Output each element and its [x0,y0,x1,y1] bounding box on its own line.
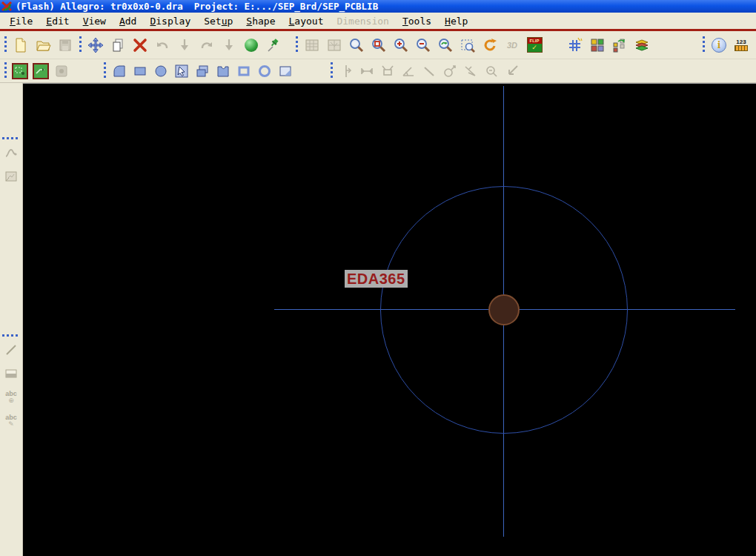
pad-board-icon [12,63,28,79]
3d-view-button: 3D [502,35,523,56]
shape-rect-unfilled-button[interactable] [234,62,253,81]
dim-angular-button [399,62,418,81]
shape-add-rect-button[interactable] [130,62,150,81]
delete-button[interactable] [130,35,150,56]
zoom-previous-button[interactable] [435,35,456,56]
shape-polygon-button[interactable] [213,62,233,81]
menu-edit[interactable]: Edit [39,14,76,28]
zoom-points-button[interactable] [368,35,389,56]
undo-button [152,35,173,56]
shape-corner-button[interactable] [276,62,295,81]
shape-circle-unfilled-button[interactable] [255,62,274,81]
toolbar-drag-handle[interactable] [4,36,7,55]
redo-button [196,35,217,56]
dim-linear-button [336,62,356,81]
menu-layout[interactable]: Layout [282,14,331,28]
grid-toggle-button[interactable] [565,35,586,56]
main-area: abc ⊕ abc ✎ EDA365 [0,83,756,556]
menu-tools[interactable]: Tools [396,14,438,28]
move-button[interactable] [85,35,106,56]
toolbar-drag-handle[interactable] [4,62,7,81]
menu-bar: FileEditViewAddDisplaySetupShapeLayoutDi… [0,13,756,29]
dim-diagonal-button [420,62,439,81]
text-add-tool-button: abc ⊕ [1,387,21,408]
highlight-button[interactable] [241,35,262,56]
spline-tool-button [1,142,21,163]
toolbar-drag-handle[interactable] [330,62,334,81]
text-edit-icon: abc ✎ [5,414,17,428]
ruler-icon [735,45,748,51]
zoom-out-button[interactable] [413,35,434,56]
shape-select-button[interactable] [172,62,191,81]
menu-shape[interactable]: Shape [239,14,282,28]
pad-designer-a-button[interactable] [10,62,30,81]
shape-add-arc-button[interactable] [110,62,129,81]
menu-dimension: Dimension [330,14,395,28]
dim-diameter-button [440,62,460,81]
allegro-window: (Flash) Allegro: tr0x0x0-0.dra Project: … [0,0,756,556]
pad-center-dot[interactable] [488,294,520,325]
menu-help[interactable]: Help [438,14,474,28]
new-file-button[interactable] [10,35,31,56]
toolbar-drag-handle[interactable] [702,36,706,55]
menu-add[interactable]: Add [113,14,143,28]
sidebar-drag-handle[interactable] [1,136,21,140]
text-edit-tool-button: abc ✎ [1,411,21,431]
cancel-button [174,35,195,56]
shape-add-circle-button[interactable] [151,62,170,81]
dim-inspect-button [482,62,501,81]
line-tool-button [1,340,21,360]
pad-designer-b-button[interactable] [31,62,50,81]
main-toolbar: 3D FLIP ✓ i 123 [0,31,756,59]
dim-datum-button [503,62,522,81]
pad-save-button [52,62,71,81]
toolbar-drag-handle[interactable] [295,36,299,55]
rats-all-button [302,35,322,56]
3d-icon: 3D [507,41,517,50]
report-tool-button [1,166,21,187]
shadow-mode-button[interactable] [631,35,652,56]
repeat-button [219,35,239,56]
rats-components-button [324,35,345,56]
toolbar-drag-handle[interactable] [103,62,107,81]
text-add-icon: abc ⊕ [5,391,17,404]
info-icon: i [712,38,726,53]
app-icon [1,1,13,12]
measure-icon: 123 [735,39,748,51]
design-canvas[interactable]: EDA365 [23,83,756,556]
zoom-fit-button[interactable] [346,35,367,56]
shape-copy-button[interactable] [193,62,212,81]
shape-toolbar [0,59,756,83]
flip-icon: FLIP ✓ [527,37,543,53]
left-sidebar: abc ⊕ abc ✎ [0,83,23,556]
highlight-sphere-icon [245,39,258,52]
rect-tool-button [1,363,21,384]
pad-route-icon [33,63,49,79]
dim-distance-button [357,62,377,81]
sidebar-drag-handle[interactable] [1,334,21,337]
zoom-selection-button[interactable] [457,35,478,56]
redraw-button[interactable] [480,35,500,56]
toolbar-drag-handle[interactable] [79,36,82,55]
dim-cut-button [461,62,480,81]
show-measure-button[interactable]: 123 [731,35,752,56]
show-element-button[interactable]: i [709,35,729,56]
menu-display[interactable]: Display [143,14,197,28]
dim-leader-button [378,62,397,81]
title-bar[interactable]: (Flash) Allegro: tr0x0x0-0.dra Project: … [0,0,756,13]
window-title: (Flash) Allegro: tr0x0x0-0.dra Project: … [16,1,378,12]
swap-mode-button[interactable] [609,35,630,56]
flip-design-button[interactable]: FLIP ✓ [524,35,545,56]
save-file-button [55,35,76,56]
zoom-in-button[interactable] [391,35,411,56]
color-dialog-button[interactable] [587,35,608,56]
menu-file[interactable]: File [3,14,39,28]
eda365-label[interactable]: EDA365 [345,270,408,288]
menu-view[interactable]: View [76,14,113,28]
open-file-button[interactable] [33,35,53,56]
menu-setup[interactable]: Setup [197,14,239,28]
pin-button[interactable] [263,35,284,56]
copy-button[interactable] [107,35,128,56]
